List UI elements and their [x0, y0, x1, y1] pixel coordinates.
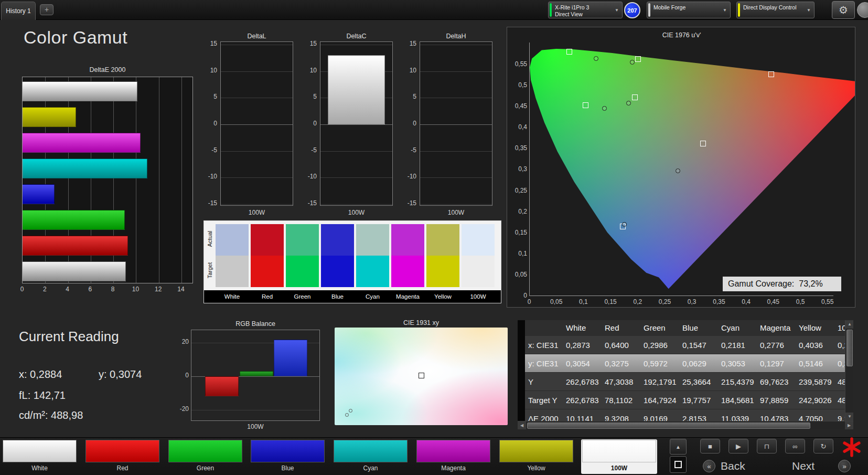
- table-row[interactable]: y: CIE310,30540,32750,59720,06290,30530,…: [525, 354, 845, 373]
- axis-tick-label: 0,25: [655, 298, 676, 305]
- add-tab-button[interactable]: +: [40, 4, 53, 15]
- gridline: [420, 204, 492, 205]
- profile-button[interactable]: [857, 2, 868, 18]
- table-cell: 0,3054: [563, 354, 602, 372]
- gamut-coverage-readout: Gamut Coverage: 73,2%: [723, 277, 841, 291]
- target-marker: [632, 94, 638, 100]
- scroll-right-button[interactable]: ▶: [845, 421, 853, 429]
- axis-tick-label: 0,05: [546, 298, 567, 305]
- patch-button-blue[interactable]: Blue: [250, 439, 326, 474]
- deltae-bar-yellow: [23, 107, 76, 127]
- swatch-label-strip: WhiteRedGreenBlueCyanMagentaYellow100W: [204, 290, 501, 303]
- axis-tick-label: 0,3: [507, 165, 527, 173]
- reading-x: x: 0,2884: [19, 368, 62, 381]
- next-chevron-icon[interactable]: »: [838, 460, 851, 472]
- column-header: Cyan: [718, 320, 757, 336]
- table-cell: 0,0629: [679, 354, 718, 372]
- vertical-scrollbar[interactable]: ▲ ▼: [845, 320, 853, 421]
- loop-icon: ↻: [821, 442, 827, 450]
- patch-label: Red: [84, 465, 160, 472]
- table-row[interactable]: Target Y262,678378,1102164,792419,775718…: [525, 391, 845, 409]
- table-cell: 0,4036: [796, 336, 834, 354]
- table-cell: 164,7924: [640, 391, 679, 409]
- table-row[interactable]: x: CIE310,28730,64000,29860,15470,21810,…: [525, 336, 845, 354]
- horizontal-scrollbar[interactable]: ◀ ▶: [518, 421, 853, 429]
- chart-title: DeltaH: [420, 33, 492, 40]
- scroll-left-button[interactable]: ◀: [518, 421, 526, 429]
- table-cell: 242,9026: [796, 391, 834, 409]
- axis-tick-label: 0: [196, 120, 217, 127]
- table-row[interactable]: Y262,678347,3038192,179125,3664215,43796…: [525, 373, 845, 391]
- column-header: Blue: [679, 320, 718, 336]
- cie-plot: [529, 43, 855, 296]
- axis-tick-label: -15: [296, 199, 317, 207]
- table-body: x: CIE310,28730,64000,29860,15470,21810,…: [525, 336, 845, 421]
- stop-button[interactable]: ■: [700, 439, 720, 453]
- table-cell: 97,8859: [757, 391, 796, 409]
- patch-button-cyan[interactable]: Cyan: [333, 439, 409, 474]
- table-cell: 0,3053: [718, 354, 757, 372]
- target-marker: [768, 71, 774, 77]
- axis-tick-label: 0,35: [507, 144, 527, 152]
- play-button[interactable]: ▶: [728, 439, 748, 453]
- table-cell: 0,2776: [757, 336, 796, 354]
- axis-tick-label: 0,5: [790, 298, 811, 305]
- pause-button[interactable]: ⊓: [757, 439, 777, 453]
- back-chevron-icon[interactable]: «: [703, 460, 715, 472]
- axis-tick-label: 10: [196, 67, 217, 74]
- deltae-bar-green: [23, 210, 125, 230]
- scroll-up-button[interactable]: ▲: [845, 320, 853, 329]
- swatch-compare-panel: ActualTargetWhiteRedGreenBlueCyanMagenta…: [203, 220, 501, 303]
- patch-window-button[interactable]: [670, 456, 687, 473]
- patch-label: Green: [167, 465, 243, 472]
- chart-title: CIE 1976 u'v': [507, 31, 855, 39]
- reading-cdm2: cd/m²: 488,98: [19, 409, 83, 421]
- patch-size-up-button[interactable]: ▲: [670, 439, 687, 455]
- meter-busy-indicator[interactable]: [841, 437, 862, 458]
- swatch-target-yellow: [426, 256, 459, 287]
- table-cell: 2,8153: [679, 409, 718, 421]
- patch-button-green[interactable]: Green: [167, 439, 243, 474]
- swatch-label: Cyan: [356, 290, 389, 303]
- xy-point: [349, 409, 352, 413]
- patch-button-100w[interactable]: 100W: [581, 439, 657, 474]
- measurement-marker: [594, 56, 598, 61]
- patch-button-red[interactable]: Red: [84, 439, 160, 474]
- vertical-scroll-thumb[interactable]: [846, 330, 853, 366]
- deltae-axis: 02468101214: [22, 286, 193, 294]
- table-row[interactable]: ΔE 200010,11419,32089,01692,815311,03391…: [525, 409, 845, 421]
- source-accent: [648, 3, 650, 17]
- chart-title: DeltaE 2000: [22, 66, 193, 73]
- gridline: [420, 71, 492, 72]
- axis-tick-label: 0,45: [763, 298, 784, 305]
- axis-tick-label: 0,4: [507, 123, 527, 131]
- gamut-coverage-label: Gamut Coverage:: [728, 279, 794, 289]
- column-header: White: [563, 320, 602, 336]
- gridline: [420, 124, 492, 125]
- settings-button[interactable]: ⚙: [832, 1, 855, 19]
- horizontal-scroll-thumb[interactable]: [527, 423, 810, 429]
- patch-button-magenta[interactable]: Magenta: [415, 439, 491, 474]
- meter-dropdown[interactable]: X-Rite i1Pro 3 Direct View ▼: [548, 2, 623, 18]
- history-tab[interactable]: History 1: [1, 2, 36, 20]
- next-button[interactable]: Next: [792, 460, 815, 472]
- chart-plot: [220, 41, 293, 206]
- continuous-button[interactable]: ∞: [785, 439, 805, 453]
- display-control-dropdown[interactable]: Direct Display Control ▼: [736, 2, 815, 18]
- scroll-down-button[interactable]: ▼: [845, 413, 853, 421]
- swatch-target-green: [286, 256, 319, 287]
- swatch-actual-white: [216, 224, 249, 256]
- swatch-label: Red: [251, 290, 284, 303]
- back-button[interactable]: Back: [721, 460, 745, 472]
- table-cell: 0,1547: [679, 336, 718, 354]
- patch-button-yellow[interactable]: Yellow: [498, 439, 574, 474]
- patch-color: [499, 440, 573, 462]
- axis-tick-label: -10: [395, 173, 416, 180]
- measurement-marker: [630, 60, 635, 65]
- patch-button-white[interactable]: White: [2, 439, 78, 474]
- loop-button[interactable]: ↻: [813, 439, 833, 453]
- patch-window-controls: ▲: [670, 439, 687, 473]
- source-dropdown[interactable]: Mobile Forge ▼: [647, 2, 731, 18]
- table-cell: 78,1102: [602, 391, 640, 409]
- swatch-target-white: [216, 256, 249, 287]
